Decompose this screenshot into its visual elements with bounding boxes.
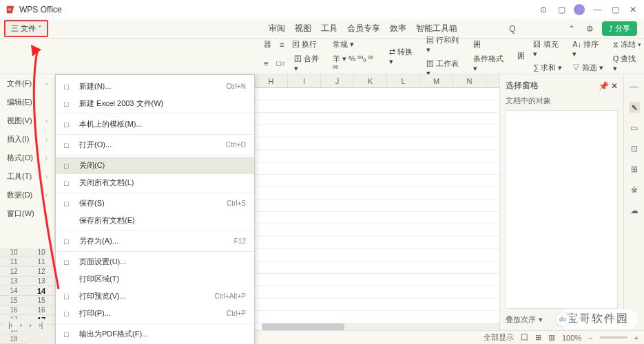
menu-tab[interactable]: 智能工具箱 [416, 23, 457, 34]
select-icon[interactable]: ⬉ [629, 102, 640, 113]
menu-tab[interactable]: 会员专享 [347, 23, 380, 34]
row-header[interactable]: 12 [28, 267, 55, 277]
dropdown-item[interactable]: □本机上的模板(M)... [56, 116, 254, 133]
sheet-nav-next[interactable]: › [26, 321, 34, 329]
sidebar-item-file[interactable]: 文件(F)› [0, 74, 54, 93]
dropdown-item[interactable]: □关闭所有文档(L) [56, 174, 254, 191]
column-header[interactable]: I [288, 74, 321, 87]
row-header[interactable]: 10 [0, 248, 28, 257]
settings-icon[interactable]: ⚙ [584, 24, 595, 34]
dropdown-item[interactable]: □输出为PDF格式(F)... [56, 325, 254, 343]
analyze-icon[interactable]: ⊞ [629, 164, 640, 175]
tool[interactable]: ≡ [278, 38, 286, 51]
menu-tab[interactable]: 视图 [295, 23, 311, 34]
share-button[interactable]: ⤴分享 [602, 21, 637, 36]
tool[interactable]: 囯 合并 ▾ [292, 52, 326, 74]
conditional-format[interactable]: 条件格式 ▾ [471, 52, 512, 74]
tool[interactable]: 囲 [515, 50, 527, 63]
close-panel-icon[interactable]: ✕ [611, 81, 618, 91]
property-icon[interactable]: ⊡ [629, 143, 640, 154]
sum-dropdown[interactable]: ∑ 求和 ▾ [531, 61, 566, 74]
zoom-out-icon[interactable]: − [588, 334, 592, 342]
zoom-label[interactable]: 100% [562, 334, 581, 342]
horizontal-scrollbar[interactable] [262, 323, 499, 330]
search-icon[interactable]: Q [507, 24, 518, 34]
sort-dropdown[interactable]: A↓ 排序 ▾ [570, 38, 607, 60]
tool[interactable]: 囲 [471, 38, 512, 51]
sidebar-item-edit[interactable]: 编辑(E) [0, 93, 54, 111]
format-dropdown[interactable]: 常规 ▾ [331, 38, 382, 51]
dropdown-item[interactable]: □保存(S)Ctrl+S [56, 195, 254, 212]
minimize-rail-icon[interactable]: — [629, 81, 640, 92]
zoom-slider[interactable] [600, 336, 627, 338]
column-header[interactable]: N [453, 74, 486, 87]
sidebar-item-insert[interactable]: 插入(I)› [0, 130, 54, 149]
cube-icon[interactable]: ▢ [556, 5, 567, 14]
expand-icon[interactable]: ⌃ [566, 24, 577, 34]
column-header[interactable]: L [387, 74, 420, 87]
menu-tab[interactable]: 审阅 [269, 23, 285, 34]
style-icon[interactable]: ▭ [629, 122, 640, 133]
user-avatar[interactable] [574, 4, 585, 15]
panel-body[interactable] [506, 110, 618, 309]
row-header[interactable]: 13 [0, 277, 28, 286]
cell-grid[interactable] [255, 88, 499, 330]
sidebar-item-format[interactable]: 格式(O)› [0, 149, 54, 167]
row-header[interactable]: 11 [0, 257, 28, 267]
tool[interactable]: 羊 ▾ % ⁰⁰₀ ⁰⁰ ⁰⁰ [331, 52, 382, 74]
dropdown-item[interactable]: □新建 Excel 2003 文件(W) [56, 95, 254, 112]
column-header[interactable]: K [354, 74, 387, 87]
row-header[interactable]: 10 [28, 248, 55, 257]
sheet-nav-first[interactable]: |‹ [6, 321, 16, 329]
column-header[interactable]: J [321, 74, 354, 87]
tool[interactable]: □○ [274, 52, 287, 74]
column-header[interactable]: H [255, 74, 288, 87]
eye-off-icon[interactable]: ⊗ [612, 315, 618, 324]
rowcol-dropdown[interactable]: 囯 行和列 ▾ [424, 34, 467, 56]
filter-dropdown[interactable]: ▽ 筛选 ▾ [570, 61, 607, 74]
menu-tab[interactable]: 效率 [390, 23, 406, 34]
sidebar-item-tools[interactable]: 工具(T)› [0, 167, 54, 186]
sheet-nav-prev[interactable]: ‹ [17, 321, 25, 329]
row-header[interactable]: 19 [0, 334, 28, 344]
maximize-button[interactable]: ▢ [610, 5, 621, 14]
row-header[interactable]: 16 [28, 305, 55, 315]
zoom-in-icon[interactable]: + [634, 334, 638, 342]
sheet-nav-last[interactable]: ›| [36, 321, 46, 329]
row-header[interactable]: 15 [0, 296, 28, 305]
sidebar-item-window[interactable]: 窗口(W)› [0, 204, 54, 223]
close-button[interactable]: ✕ [627, 5, 638, 14]
tool[interactable]: ≡ [262, 52, 270, 74]
pin-icon[interactable]: 📌 [599, 81, 609, 91]
row-header[interactable]: 15 [28, 296, 55, 305]
chevron-down-icon[interactable]: ▾ [539, 315, 543, 324]
row-header[interactable]: 14 [0, 286, 28, 296]
sidebar-item-data[interactable]: 数据(D)› [0, 186, 54, 204]
row-header[interactable]: 14 [28, 286, 55, 296]
dropdown-item[interactable]: 保存所有文档(E) [56, 212, 254, 229]
sidebar-item-view[interactable]: 视图(V)› [0, 111, 54, 130]
view-normal-icon[interactable]: 囗 [521, 332, 528, 343]
help-icon[interactable]: ⊙ [538, 5, 549, 14]
convert-dropdown[interactable]: ⇄ 转换 ▾ [387, 45, 421, 67]
eye-icon[interactable]: 👁 [601, 316, 609, 324]
row-header[interactable]: 16 [0, 305, 28, 315]
dropdown-item[interactable]: □打印预览(V)...Ctrl+Alt+P [56, 288, 254, 305]
backup-icon[interactable]: ※ [629, 184, 640, 195]
dropdown-item[interactable]: □关闭(C) [56, 157, 254, 174]
dropdown-item[interactable]: □打开(O)...Ctrl+O [56, 136, 254, 153]
dropdown-item[interactable]: □页面设置(U)... [56, 253, 254, 270]
row-header[interactable]: 13 [28, 277, 55, 286]
row-header[interactable]: 12 [0, 267, 28, 277]
view-page-icon[interactable]: ▥ [548, 333, 555, 342]
column-header[interactable]: M [420, 74, 453, 87]
fill-dropdown[interactable]: 囧 填充 ▾ [531, 38, 566, 60]
show-all-label[interactable]: 全部显示 [484, 332, 514, 343]
tool[interactable]: 囯 换行 [290, 38, 319, 51]
row-header[interactable]: 11 [28, 257, 55, 267]
cloud-icon[interactable]: ☁ [629, 205, 640, 216]
dropdown-item[interactable]: □另存为(A)...F12 [56, 233, 254, 250]
file-menu-tab[interactable]: 三 文件 ˇ [4, 20, 48, 37]
dropdown-item[interactable]: □打印(P)...Ctrl+P [56, 305, 254, 322]
minimize-button[interactable]: — [592, 5, 603, 14]
